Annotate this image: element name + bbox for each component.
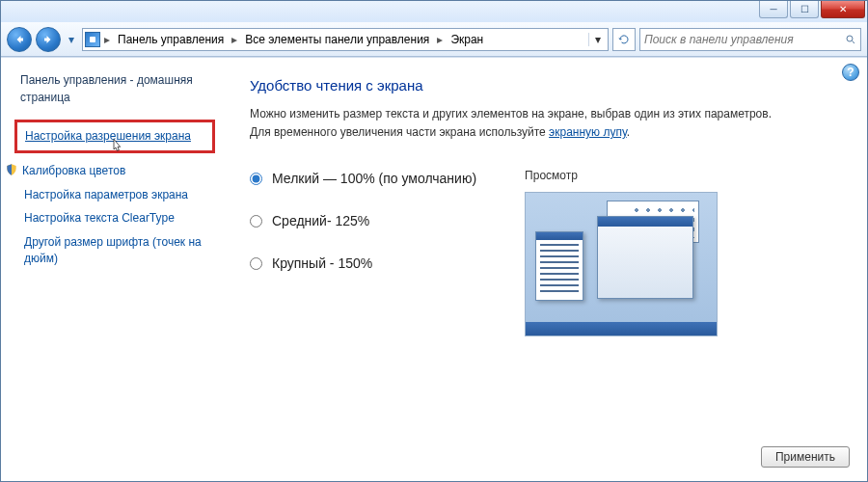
footer: Применить [761, 446, 850, 468]
back-button[interactable] [7, 27, 32, 52]
maximize-button[interactable]: ☐ [790, 1, 819, 18]
refresh-icon [618, 34, 630, 45]
preview-window-icon [597, 216, 693, 299]
radio-large[interactable] [250, 257, 262, 270]
radio-label: Средний- 125% [272, 213, 369, 228]
radio-label: Мелкий — 100% (по умолчанию) [272, 171, 476, 186]
apply-button[interactable]: Применить [761, 446, 850, 468]
breadcrumb-sep-icon: ▸ [102, 33, 112, 46]
control-panel-window: ─ ☐ ✕ ▾ ▸ Панель управления ▸ Все элемен… [0, 0, 868, 482]
svg-point-0 [847, 36, 853, 41]
search-icon [845, 34, 856, 45]
page-heading: Удобство чтения с экрана [250, 77, 842, 94]
arrow-right-icon [42, 34, 54, 45]
annotation-highlight: Настройка разрешения экрана [14, 120, 215, 153]
shield-icon [5, 163, 18, 176]
page-description: Можно изменить размер текста и других эл… [250, 105, 790, 142]
pointer-cursor-icon [110, 138, 125, 153]
radio-small[interactable] [250, 173, 262, 185]
breadcrumb-item[interactable]: Все элементы панели управления [241, 33, 433, 46]
forward-button[interactable] [36, 27, 61, 52]
radio-group: Мелкий — 100% (по умолчанию) Средний- 12… [250, 169, 476, 336]
breadcrumb-sep-icon: ▸ [230, 33, 239, 46]
radio-option-medium[interactable]: Средний- 125% [250, 213, 476, 228]
help-icon[interactable]: ? [842, 64, 859, 81]
sidebar-item-color-calibration[interactable]: Калибровка цветов [5, 163, 215, 179]
nav-history-dropdown[interactable]: ▾ [65, 27, 78, 52]
radio-option-large[interactable]: Крупный - 150% [250, 255, 476, 271]
radio-medium[interactable] [250, 215, 262, 228]
breadcrumb-sep-icon: ▸ [435, 33, 445, 46]
close-button[interactable]: ✕ [821, 1, 865, 18]
preview-column: Просмотр [525, 169, 718, 336]
magnifier-link[interactable]: экранную лупу [549, 125, 627, 139]
control-panel-home-link[interactable]: Панель управления - домашняя страница [20, 71, 215, 106]
refresh-button[interactable] [612, 28, 636, 51]
preview-taskbar-icon [526, 322, 717, 335]
minimize-button[interactable]: ─ [759, 1, 788, 18]
address-bar[interactable]: ▸ Панель управления ▸ Все элементы панел… [82, 28, 609, 51]
radio-option-small[interactable]: Мелкий — 100% (по умолчанию) [250, 171, 476, 186]
breadcrumb-item[interactable]: Панель управления [114, 33, 228, 46]
preview-label: Просмотр [525, 169, 718, 182]
sidebar-item-cleartype[interactable]: Настройка текста ClearType [24, 210, 215, 227]
search-input[interactable] [644, 33, 841, 46]
titlebar: ─ ☐ ✕ [1, 1, 867, 22]
navigation-bar: ▾ ▸ Панель управления ▸ Все элементы пан… [1, 22, 867, 57]
desc-text: Можно изменить размер текста и других эл… [250, 107, 772, 139]
desc-text-end: . [627, 125, 630, 139]
content-pane: Удобство чтения с экрана Можно изменить … [225, 58, 867, 481]
control-panel-icon [85, 32, 100, 47]
sidebar-item-custom-dpi[interactable]: Другой размер шрифта (точек на дюйм) [24, 234, 215, 267]
sidebar-item-display-settings[interactable]: Настройка параметров экрана [24, 187, 215, 203]
scaling-options: Мелкий — 100% (по умолчанию) Средний- 12… [250, 169, 842, 336]
breadcrumb-item[interactable]: Экран [447, 33, 487, 46]
address-dropdown-icon[interactable]: ▾ [588, 33, 606, 46]
preview-image [525, 192, 718, 336]
radio-label: Крупный - 150% [272, 255, 372, 271]
arrow-left-icon [14, 34, 25, 45]
window-body: ? Панель управления - домашняя страница … [1, 57, 867, 481]
sidebar-item-label: Калибровка цветов [22, 163, 125, 179]
preview-window-icon [535, 231, 583, 301]
sidebar: Панель управления - домашняя страница На… [1, 58, 225, 481]
search-box[interactable] [639, 28, 861, 51]
